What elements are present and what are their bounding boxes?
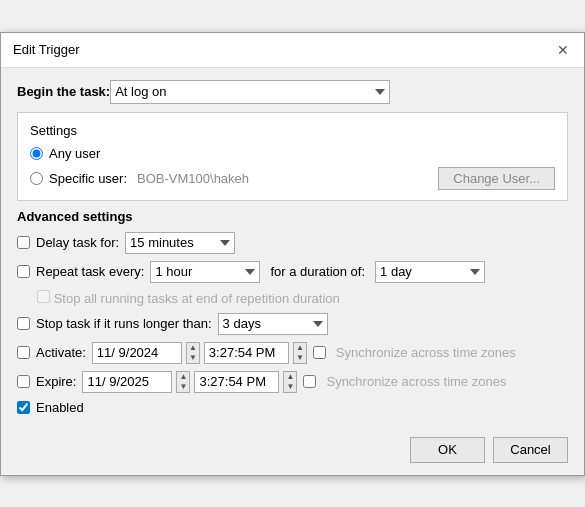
stop-longer-select[interactable]: 3 days [218, 313, 328, 335]
activate-sync-label[interactable]: Synchronize across time zones [336, 345, 516, 360]
expire-date-input[interactable] [82, 371, 172, 393]
begin-task-label: Begin the task: [17, 84, 110, 99]
activate-time-input[interactable] [204, 342, 289, 364]
activate-date-up[interactable]: ▲ [187, 343, 199, 353]
expire-sync-label[interactable]: Synchronize across time zones [326, 374, 506, 389]
expire-label[interactable]: Expire: [36, 374, 76, 389]
stop-running-label: Stop all running tasks at end of repetit… [54, 291, 340, 306]
specific-user-radio[interactable] [30, 172, 43, 185]
any-user-label[interactable]: Any user [49, 146, 100, 161]
any-user-row: Any user [30, 146, 555, 161]
stop-running-row: Stop all running tasks at end of repetit… [37, 290, 568, 306]
delay-row: Delay task for: 15 minutes [17, 232, 568, 254]
delay-label[interactable]: Delay task for: [36, 235, 119, 250]
close-button[interactable]: ✕ [554, 41, 572, 59]
expire-date-spin[interactable]: ▲ ▼ [176, 371, 190, 393]
enabled-checkbox[interactable] [17, 401, 30, 414]
activate-date-spin[interactable]: ▲ ▼ [186, 342, 200, 364]
specific-user-label[interactable]: Specific user: [49, 171, 127, 186]
dialog-title: Edit Trigger [13, 42, 79, 57]
cancel-button[interactable]: Cancel [493, 437, 568, 463]
radio-group: Any user Specific user: BOB-VM100\hakeh … [30, 146, 555, 190]
expire-time-input[interactable] [194, 371, 279, 393]
begin-task-select[interactable]: At log on [110, 80, 390, 104]
stop-longer-row: Stop task if it runs longer than: 3 days [17, 313, 568, 335]
title-bar: Edit Trigger ✕ [1, 33, 584, 68]
settings-section: Settings Any user Specific user: BOB-VM1… [17, 112, 568, 201]
activate-sync-checkbox[interactable] [313, 346, 326, 359]
stop-longer-checkbox[interactable] [17, 317, 30, 330]
repeat-select[interactable]: 1 hour [150, 261, 260, 283]
expire-datetime: ▲ ▼ ▲ ▼ [82, 371, 297, 393]
activate-row: Activate: ▲ ▼ ▲ ▼ Synchronize across tim… [17, 342, 568, 364]
any-user-radio[interactable] [30, 147, 43, 160]
repeat-label[interactable]: Repeat task every: [36, 264, 144, 279]
delay-checkbox[interactable] [17, 236, 30, 249]
duration-select[interactable]: 1 day [375, 261, 485, 283]
activate-date-down[interactable]: ▼ [187, 353, 199, 363]
delay-select[interactable]: 15 minutes [125, 232, 235, 254]
repeat-row: Repeat task every: 1 hour for a duration… [17, 261, 568, 283]
repeat-checkbox[interactable] [17, 265, 30, 278]
activate-time-spin[interactable]: ▲ ▼ [293, 342, 307, 364]
dialog-content: Begin the task: At log on Settings Any u… [1, 68, 584, 427]
activate-label[interactable]: Activate: [36, 345, 86, 360]
expire-sync-checkbox[interactable] [303, 375, 316, 388]
change-user-button[interactable]: Change User... [438, 167, 555, 190]
expire-time-up[interactable]: ▲ [284, 372, 296, 382]
stop-running-checkbox[interactable] [37, 290, 50, 303]
expire-date-down[interactable]: ▼ [177, 382, 189, 392]
user-value: BOB-VM100\hakeh [137, 171, 249, 186]
stop-longer-label[interactable]: Stop task if it runs longer than: [36, 316, 212, 331]
begin-task-row: Begin the task: At log on [17, 80, 568, 104]
expire-checkbox[interactable] [17, 375, 30, 388]
expire-time-spin[interactable]: ▲ ▼ [283, 371, 297, 393]
expire-row: Expire: ▲ ▼ ▲ ▼ Synchronize across time … [17, 371, 568, 393]
activate-checkbox[interactable] [17, 346, 30, 359]
activate-time-down[interactable]: ▼ [294, 353, 306, 363]
advanced-title: Advanced settings [17, 209, 568, 224]
edit-trigger-dialog: Edit Trigger ✕ Begin the task: At log on… [0, 32, 585, 476]
duration-of-label: for a duration of: [270, 264, 365, 279]
ok-button[interactable]: OK [410, 437, 485, 463]
enabled-row: Enabled [17, 400, 568, 415]
activate-datetime: ▲ ▼ ▲ ▼ [92, 342, 307, 364]
settings-section-label: Settings [30, 123, 555, 138]
enabled-label[interactable]: Enabled [36, 400, 84, 415]
advanced-section: Advanced settings Delay task for: 15 min… [17, 209, 568, 415]
specific-user-row: Specific user: BOB-VM100\hakeh Change Us… [30, 167, 555, 190]
expire-date-up[interactable]: ▲ [177, 372, 189, 382]
activate-time-up[interactable]: ▲ [294, 343, 306, 353]
expire-time-down[interactable]: ▼ [284, 382, 296, 392]
bottom-bar: OK Cancel [1, 427, 584, 475]
activate-date-input[interactable] [92, 342, 182, 364]
